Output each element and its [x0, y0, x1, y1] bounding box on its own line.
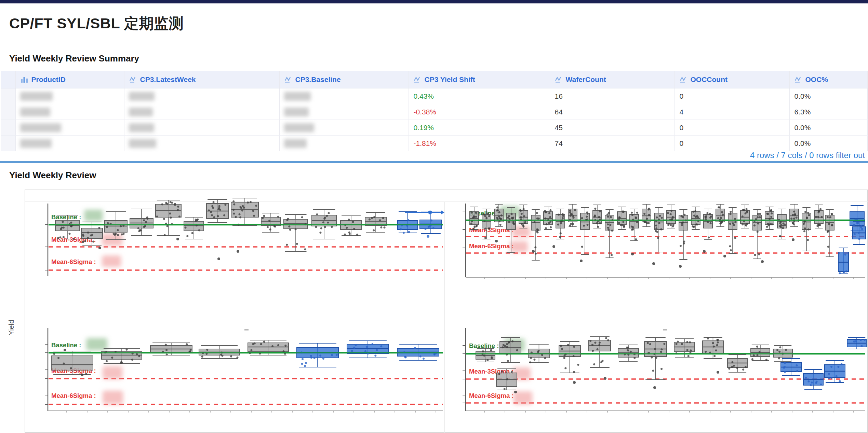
column-label: CP3 Yield Shift	[425, 75, 475, 84]
table-row[interactable]: -0.38% 64 4 6.3%	[1, 104, 867, 120]
redacted-value	[284, 123, 314, 132]
header-row: ProductID CP3.LatestWeek CP3.Baseline CP…	[1, 71, 867, 88]
redacted-value	[20, 108, 50, 116]
column-label: ProductID	[31, 75, 66, 84]
top-navy-bar	[0, 0, 868, 3]
summary-section-title: Yield Weekly Review Summary	[9, 53, 139, 64]
redacted-value	[284, 108, 309, 116]
column-header-productid[interactable]: ProductID	[15, 71, 124, 88]
yield-shift-value: 0.19%	[414, 124, 434, 131]
productid-cell[interactable]	[15, 136, 124, 151]
redacted-sigma6-value	[103, 391, 123, 404]
gutter-cell	[1, 104, 15, 120]
trend-icon	[413, 76, 422, 83]
sigma6-line-label: Mean-6Sigma :	[469, 392, 514, 399]
redacted-value	[129, 92, 155, 101]
wafer-count-cell[interactable]: 74	[550, 136, 675, 151]
page-title: CP/FT SYL/SBL 定期监测	[9, 14, 184, 33]
redacted-value	[284, 92, 311, 101]
ooc-pct-cell[interactable]: 0.0%	[789, 136, 867, 151]
yield-shift-cell[interactable]: -1.81%	[409, 136, 550, 151]
ooc-pct-cell[interactable]: 0.0%	[789, 120, 867, 136]
table-row[interactable]: 0.43% 16 0 0.0%	[1, 88, 867, 104]
table-status-text: 4 rows / 7 cols / 0 rows filter out	[750, 151, 865, 160]
ooc-count-cell[interactable]: 4	[675, 104, 789, 120]
sigma6-line-label: Mean-6Sigma :	[469, 242, 514, 250]
section-divider-bar	[0, 161, 868, 163]
redacted-value	[129, 123, 154, 132]
productid-cell[interactable]	[15, 88, 124, 104]
column-header-ooccount[interactable]: OOCCount	[675, 71, 789, 88]
yield-shift-value: -1.81%	[414, 139, 437, 147]
column-label: OOC%	[805, 75, 828, 84]
ooc-pct-cell[interactable]: 0.0%	[789, 88, 867, 104]
redacted-sigma3-value	[103, 366, 122, 379]
redacted-value	[20, 139, 52, 148]
review-section-title: Yield Weekly Review	[9, 170, 96, 181]
redacted-value	[20, 92, 53, 101]
baseline-cell[interactable]	[279, 120, 409, 136]
subplot-1: Baseline :Mean-3Sigma :Mean-6Sigma :	[463, 204, 866, 279]
latestweek-cell[interactable]	[124, 104, 279, 120]
ooc-pct-cell[interactable]: 6.3%	[789, 104, 867, 120]
ooc-count-cell[interactable]: 0	[675, 88, 789, 104]
gutter-cell	[1, 88, 15, 104]
ooc-count-value: 0	[680, 124, 684, 131]
sigma6-line-label: Mean-6Sigma :	[51, 392, 96, 399]
trend-icon	[794, 76, 802, 83]
baseline-line-label: Baseline :	[51, 341, 81, 349]
box-plot	[838, 252, 849, 271]
redacted-value	[129, 139, 156, 148]
table-row[interactable]: 0.19% 45 0 0.0%	[1, 120, 867, 136]
column-header-oocpct[interactable]: OOC%	[789, 71, 867, 88]
sigma6-line-label: Mean-6Sigma :	[51, 258, 96, 265]
subplot-2: Baseline :Mean-3Sigma :Mean-6Sigma :	[45, 328, 443, 413]
redacted-value	[129, 108, 153, 116]
trend-icon	[284, 76, 292, 83]
redacted-sigma6-value	[513, 391, 532, 404]
column-label: OOCCount	[691, 75, 727, 84]
productid-cell[interactable]	[15, 104, 124, 120]
yield-shift-value: -0.38%	[414, 108, 437, 116]
ooc-count-value: 0	[680, 139, 684, 147]
summary-table: ProductID CP3.LatestWeek CP3.Baseline CP…	[1, 71, 868, 151]
wafer-count-value: 16	[555, 92, 563, 100]
column-label: CP3.LatestWeek	[140, 75, 196, 84]
column-label: CP3.Baseline	[295, 75, 341, 84]
latestweek-cell[interactable]	[124, 120, 279, 136]
column-header-wafercount[interactable]: WaferCount	[550, 71, 675, 88]
ooc-count-value: 4	[680, 108, 684, 116]
ooc-count-cell[interactable]: 0	[675, 136, 789, 151]
latestweek-cell[interactable]	[124, 136, 279, 151]
baseline-cell[interactable]	[279, 136, 409, 151]
baseline-line-label: Baseline :	[51, 213, 81, 221]
gutter-cell	[1, 120, 15, 136]
ooc-count-cell[interactable]: 0	[675, 120, 789, 136]
wafer-count-cell[interactable]: 45	[550, 120, 675, 136]
box-plot	[580, 213, 589, 229]
ooc-pct-value: 0.0%	[794, 139, 811, 147]
baseline-cell[interactable]	[279, 88, 409, 104]
column-label: WaferCount	[566, 75, 606, 84]
redacted-sigma6-value	[102, 255, 121, 267]
subplot-0: Baseline :Mean-3Sigma :Mean-6Sigma :	[45, 198, 444, 276]
redacted-baseline-value	[84, 210, 103, 221]
column-header-yieldshift[interactable]: CP3 Yield Shift	[409, 71, 550, 88]
baseline-cell[interactable]	[279, 104, 409, 120]
table-row[interactable]: -1.81% 74 0 0.0%	[1, 136, 867, 151]
subplot-3: Baseline :Mean-3Sigma :Mean-6Sigma :	[463, 328, 866, 413]
productid-cell[interactable]	[15, 120, 124, 136]
yield-shift-cell[interactable]: -0.38%	[409, 104, 550, 120]
ooc-pct-value: 0.0%	[794, 124, 811, 131]
yield-shift-cell[interactable]: 0.19%	[409, 120, 550, 136]
latestweek-cell[interactable]	[124, 88, 279, 104]
column-header-baseline[interactable]: CP3.Baseline	[279, 71, 409, 88]
wafer-count-cell[interactable]: 64	[550, 104, 675, 120]
yield-shift-cell[interactable]: 0.43%	[409, 88, 550, 104]
trend-icon	[129, 76, 137, 83]
wafer-count-cell[interactable]: 16	[550, 88, 675, 104]
yield-shift-value: 0.43%	[414, 92, 434, 100]
ooc-pct-value: 6.3%	[794, 108, 811, 116]
column-header-latestweek[interactable]: CP3.LatestWeek	[124, 71, 279, 88]
redacted-value	[20, 123, 61, 132]
